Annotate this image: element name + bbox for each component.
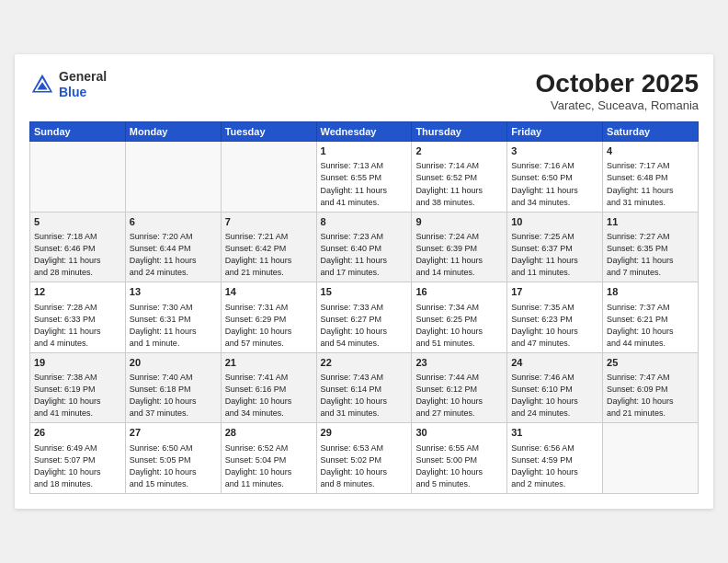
logo-blue: Blue [59,85,107,100]
day-info: Sunrise: 7:35 AM Sunset: 6:23 PM Dayligh… [511,302,598,350]
day-info: Sunrise: 7:30 AM Sunset: 6:31 PM Dayligh… [130,302,217,350]
weekday-header-row: Sunday Monday Tuesday Wednesday Thursday… [30,122,699,142]
day-info: Sunrise: 7:21 AM Sunset: 6:42 PM Dayligh… [225,231,313,279]
calendar-container: General Blue October 2025 Varatec, Sucea… [15,54,713,509]
table-row [30,142,126,213]
table-row: 9Sunrise: 7:24 AM Sunset: 6:39 PM Daylig… [412,212,507,282]
table-row: 5Sunrise: 7:18 AM Sunset: 6:46 PM Daylig… [30,212,126,282]
day-number: 12 [34,285,121,299]
header-friday: Friday [507,122,603,142]
table-row: 7Sunrise: 7:21 AM Sunset: 6:42 PM Daylig… [221,212,316,282]
day-number: 15 [321,285,408,299]
day-number: 23 [415,356,503,370]
table-row: 28Sunrise: 6:52 AM Sunset: 5:04 PM Dayli… [221,423,316,494]
table-row: 25Sunrise: 7:47 AM Sunset: 6:09 PM Dayli… [603,352,699,423]
logo-text: General Blue [59,69,107,100]
day-info: Sunrise: 7:28 AM Sunset: 6:33 PM Dayligh… [34,302,121,350]
day-number: 9 [415,215,503,229]
logo-general: General [59,69,107,85]
day-info: Sunrise: 7:44 AM Sunset: 6:12 PM Dayligh… [415,372,503,419]
table-row: 4Sunrise: 7:17 AM Sunset: 6:48 PM Daylig… [603,142,699,213]
table-row: 26Sunrise: 6:49 AM Sunset: 5:07 PM Dayli… [30,423,126,494]
day-info: Sunrise: 7:16 AM Sunset: 6:50 PM Dayligh… [511,160,598,208]
day-info: Sunrise: 7:33 AM Sunset: 6:27 PM Dayligh… [321,302,408,350]
day-info: Sunrise: 6:50 AM Sunset: 5:05 PM Dayligh… [130,442,217,490]
table-row: 24Sunrise: 7:46 AM Sunset: 6:10 PM Dayli… [507,352,603,423]
table-row [603,423,699,494]
day-number: 18 [607,285,694,299]
day-info: Sunrise: 7:43 AM Sunset: 6:14 PM Dayligh… [321,372,408,419]
day-info: Sunrise: 7:34 AM Sunset: 6:25 PM Dayligh… [415,302,503,350]
calendar-week-row: 19Sunrise: 7:38 AM Sunset: 6:19 PM Dayli… [30,352,699,423]
table-row: 17Sunrise: 7:35 AM Sunset: 6:23 PM Dayli… [507,282,603,353]
day-number: 20 [130,356,217,370]
day-number: 21 [225,356,313,370]
table-row: 22Sunrise: 7:43 AM Sunset: 6:14 PM Dayli… [316,352,412,423]
day-info: Sunrise: 6:55 AM Sunset: 5:00 PM Dayligh… [415,442,503,490]
table-row: 8Sunrise: 7:23 AM Sunset: 6:40 PM Daylig… [316,212,412,282]
day-number: 27 [130,426,217,440]
logo-icon [29,72,55,98]
day-info: Sunrise: 7:13 AM Sunset: 6:55 PM Dayligh… [321,160,408,208]
calendar-week-row: 26Sunrise: 6:49 AM Sunset: 5:07 PM Dayli… [30,423,699,494]
table-row: 14Sunrise: 7:31 AM Sunset: 6:29 PM Dayli… [221,282,316,353]
table-row: 30Sunrise: 6:55 AM Sunset: 5:00 PM Dayli… [412,423,507,494]
calendar-body: 1Sunrise: 7:13 AM Sunset: 6:55 PM Daylig… [30,142,699,494]
calendar-header: Sunday Monday Tuesday Wednesday Thursday… [30,122,699,142]
header-monday: Monday [125,122,221,142]
day-info: Sunrise: 7:17 AM Sunset: 6:48 PM Dayligh… [607,160,694,208]
table-row: 12Sunrise: 7:28 AM Sunset: 6:33 PM Dayli… [30,282,126,353]
day-number: 22 [321,356,408,370]
calendar-grid: Sunday Monday Tuesday Wednesday Thursday… [29,121,699,494]
day-info: Sunrise: 7:31 AM Sunset: 6:29 PM Dayligh… [225,302,313,350]
day-number: 3 [511,144,598,158]
day-info: Sunrise: 7:14 AM Sunset: 6:52 PM Dayligh… [415,160,503,208]
day-info: Sunrise: 7:37 AM Sunset: 6:21 PM Dayligh… [607,302,694,350]
day-number: 6 [130,215,217,229]
table-row: 27Sunrise: 6:50 AM Sunset: 5:05 PM Dayli… [125,423,221,494]
table-row: 18Sunrise: 7:37 AM Sunset: 6:21 PM Dayli… [603,282,699,353]
day-info: Sunrise: 7:23 AM Sunset: 6:40 PM Dayligh… [321,231,408,279]
table-row [125,142,221,213]
day-number: 7 [225,215,313,229]
day-number: 30 [415,426,503,440]
month-title: October 2025 [536,69,699,98]
day-number: 25 [607,356,694,370]
header-wednesday: Wednesday [316,122,412,142]
table-row: 21Sunrise: 7:41 AM Sunset: 6:16 PM Dayli… [221,352,316,423]
day-info: Sunrise: 7:40 AM Sunset: 6:18 PM Dayligh… [130,372,217,419]
header-sunday: Sunday [30,122,126,142]
header-saturday: Saturday [603,122,699,142]
day-info: Sunrise: 6:52 AM Sunset: 5:04 PM Dayligh… [225,442,313,490]
table-row: 13Sunrise: 7:30 AM Sunset: 6:31 PM Dayli… [125,282,221,353]
day-info: Sunrise: 7:24 AM Sunset: 6:39 PM Dayligh… [415,231,503,279]
table-row: 16Sunrise: 7:34 AM Sunset: 6:25 PM Dayli… [412,282,507,353]
day-number: 13 [130,285,217,299]
day-number: 14 [225,285,313,299]
day-number: 26 [34,426,121,440]
day-info: Sunrise: 7:38 AM Sunset: 6:19 PM Dayligh… [34,372,121,419]
header-thursday: Thursday [412,122,507,142]
day-number: 31 [511,426,598,440]
day-number: 4 [607,144,694,158]
header: General Blue October 2025 Varatec, Sucea… [29,69,699,112]
day-number: 8 [321,215,408,229]
day-number: 1 [321,144,408,158]
table-row: 10Sunrise: 7:25 AM Sunset: 6:37 PM Dayli… [507,212,603,282]
table-row: 11Sunrise: 7:27 AM Sunset: 6:35 PM Dayli… [603,212,699,282]
calendar-week-row: 12Sunrise: 7:28 AM Sunset: 6:33 PM Dayli… [30,282,699,353]
location-subtitle: Varatec, Suceava, Romania [536,98,699,112]
day-info: Sunrise: 6:56 AM Sunset: 4:59 PM Dayligh… [511,442,598,490]
day-info: Sunrise: 6:53 AM Sunset: 5:02 PM Dayligh… [321,442,408,490]
table-row: 2Sunrise: 7:14 AM Sunset: 6:52 PM Daylig… [412,142,507,213]
day-info: Sunrise: 7:18 AM Sunset: 6:46 PM Dayligh… [34,231,121,279]
day-number: 29 [321,426,408,440]
day-number: 10 [511,215,598,229]
table-row: 29Sunrise: 6:53 AM Sunset: 5:02 PM Dayli… [316,423,412,494]
day-number: 19 [34,356,121,370]
calendar-week-row: 1Sunrise: 7:13 AM Sunset: 6:55 PM Daylig… [30,142,699,213]
day-number: 17 [511,285,598,299]
day-info: Sunrise: 7:20 AM Sunset: 6:44 PM Dayligh… [130,231,217,279]
table-row: 31Sunrise: 6:56 AM Sunset: 4:59 PM Dayli… [507,423,603,494]
table-row: 15Sunrise: 7:33 AM Sunset: 6:27 PM Dayli… [316,282,412,353]
